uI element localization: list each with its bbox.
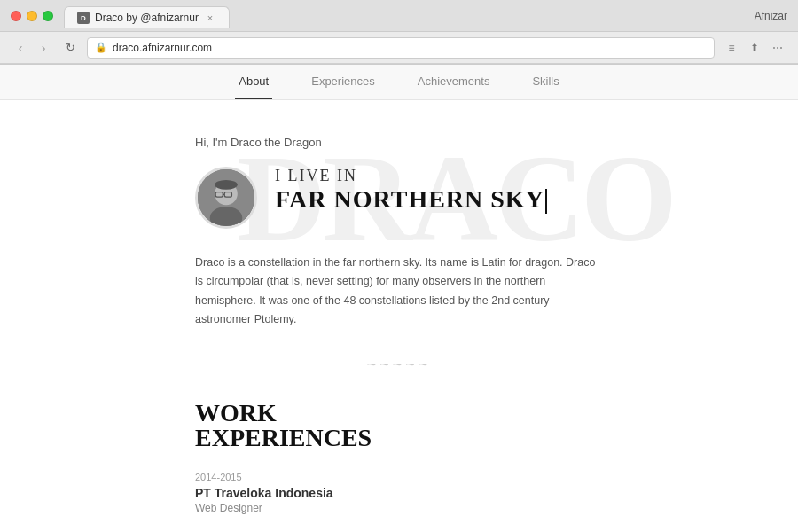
job-entry: 2014-2015 PT Traveloka Indonesia Web Des… [195,472,603,514]
title-line2: FAR NORTHERN SKY [275,186,547,215]
title-bar: D Draco by @afnizarnur × Afnizar [0,0,798,32]
nav-item-skills[interactable]: Skills [528,65,562,99]
reader-button[interactable]: ≡ [722,38,741,58]
browser-chrome: D Draco by @afnizarnur × Afnizar ‹ › ↻ 🔒… [0,0,798,65]
work-title2: EXPERIENCES [195,426,603,450]
maximize-button[interactable] [43,11,53,21]
nav-buttons: ‹ › [11,38,53,58]
site-nav-inner: About Experiences Achievements Skills [235,65,563,99]
work-section: WORK EXPERIENCES 2014-2015 PT Traveloka … [195,401,603,514]
share-button[interactable]: ⬆ [745,38,764,58]
svg-point-3 [215,180,238,190]
title-line1: I LIVE IN [275,167,547,186]
more-button[interactable]: ⋯ [768,38,787,58]
divider: ~~~~~ [195,356,603,374]
avatar-svg [198,167,254,229]
description-text: Draco is a constellation in the far nort… [195,254,603,329]
tab-close-button[interactable]: × [204,12,216,24]
toolbar: ‹ › ↻ 🔒 draco.afnizarnur.com ≡ ⬆ ⋯ [0,32,798,64]
svg-point-1 [210,207,243,229]
tab-favicon: D [77,12,90,24]
greeting-text: Hi, I'm Draco the Dragon [195,136,603,149]
user-name: Afnizar [755,10,787,22]
address-bar[interactable]: 🔒 draco.afnizarnur.com [87,37,715,59]
nav-item-experiences[interactable]: Experiences [308,65,379,99]
job-company: PT Traveloka Indonesia [195,486,603,500]
reload-button[interactable]: ↻ [60,38,80,58]
nav-item-achievements[interactable]: Achievements [414,65,494,99]
minimize-button[interactable] [27,11,37,21]
back-button[interactable]: ‹ [11,38,30,58]
nav-item-about[interactable]: About [235,65,272,99]
browser-tab[interactable]: D Draco by @afnizarnur × [64,6,230,28]
avatar [195,167,257,229]
toolbar-right: ≡ ⬆ ⋯ [722,38,787,58]
site-nav: About Experiences Achievements Skills [0,65,798,100]
close-button[interactable] [11,11,21,21]
traffic-lights [11,11,53,21]
tab-title: Draco by @afnizarnur [95,12,199,24]
profile-section: I LIVE IN FAR NORTHERN SKY [195,167,603,229]
avatar-inner [198,169,254,226]
job-year: 2014-2015 [195,472,603,482]
title-block: I LIVE IN FAR NORTHERN SKY [275,167,547,214]
lock-icon: 🔒 [95,42,107,53]
work-title1: WORK [195,401,603,426]
job-role: Web Designer [195,502,603,514]
forward-button[interactable]: › [34,38,53,58]
url-text: draco.afnizarnur.com [113,42,707,54]
site-content: DRACO Hi, I'm Draco the Dragon [0,100,798,532]
content-inner: DRACO Hi, I'm Draco the Dragon [177,100,621,532]
cursor [545,189,547,214]
tab-bar: D Draco by @afnizarnur × [64,3,755,28]
